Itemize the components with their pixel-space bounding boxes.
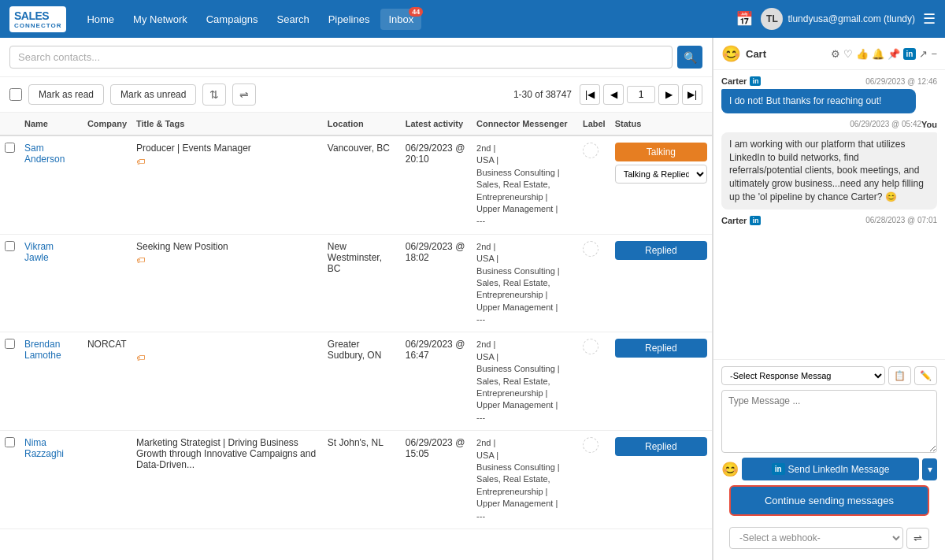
page-input[interactable] xyxy=(627,86,655,103)
hamburger-icon[interactable]: ☰ xyxy=(923,10,936,28)
nav-inbox[interactable]: Inbox 44 xyxy=(380,9,421,30)
title-cell: 🏷 xyxy=(132,332,323,431)
webhook-action-button[interactable]: ⇌ xyxy=(906,528,929,549)
msg-time-2: 06/29/2023 @ 05:42 xyxy=(850,120,921,128)
status-select[interactable]: Talking & RepliedTalkingRepliedNot Repli… xyxy=(615,165,707,184)
title-cell: Marketing Strategist | Driving Business … xyxy=(132,431,323,529)
msg-bubble-2: I am working with our platform that util… xyxy=(721,132,937,210)
status-replied-button[interactable]: Replied xyxy=(615,339,707,358)
template-edit-button[interactable]: ✏️ xyxy=(914,366,937,385)
chat-messages: Carter in 06/29/2023 @ 12:46 I do not! B… xyxy=(713,70,945,359)
col-label: Label xyxy=(578,113,610,135)
chat-header: 😊 Cart ⚙ ♡ 👍 🔔 📌 in ↗ − xyxy=(713,38,945,70)
last-page-button[interactable]: ▶| xyxy=(682,84,702,105)
chat-share-icon[interactable]: ↗ xyxy=(919,48,928,60)
pagination-info: 1-30 of 38747 xyxy=(513,89,572,100)
msg-bubble-1: I do not! But thanks for reaching out! xyxy=(721,89,916,113)
template-select-row: -Select Response Messag 📋 ✏️ xyxy=(721,366,937,385)
col-title: Title & Tags xyxy=(132,113,323,135)
calendar-icon[interactable]: 📅 xyxy=(736,10,753,28)
avatar: TL xyxy=(761,8,783,30)
message-3: Carter in 06/28/2023 @ 07:01 xyxy=(721,216,937,227)
label-cell xyxy=(578,431,610,529)
chat-linkedin-icon[interactable]: in xyxy=(903,48,917,60)
mark-read-button[interactable]: Mark as read xyxy=(28,84,104,105)
template-select[interactable]: -Select Response Messag xyxy=(721,366,885,385)
status-cell: Replied xyxy=(610,431,712,529)
status-replied-button[interactable]: Replied xyxy=(615,241,707,260)
nav-right: 📅 TL tlundyusa@gmail.com (tlundy) ☰ xyxy=(736,8,936,30)
message-textarea[interactable] xyxy=(721,390,937,453)
reply-area: -Select Response Messag 📋 ✏️ 😊 in Send L… xyxy=(713,359,945,560)
row-checkbox[interactable] xyxy=(5,437,15,447)
status-talking-button[interactable]: Talking xyxy=(615,143,707,161)
table-row: Brendan Lamothe NORCAT 🏷 Greater Sudbury… xyxy=(0,332,712,431)
mark-unread-button[interactable]: Mark as unread xyxy=(110,84,196,105)
main-content: 🔍 Mark as read Mark as unread ⇅ ⇌ 1-30 o… xyxy=(0,38,945,560)
row-checkbox[interactable] xyxy=(5,339,15,349)
contact-name-link[interactable]: Nima Razzaghi xyxy=(24,437,64,459)
chat-bell-icon[interactable]: 🔔 xyxy=(872,48,884,60)
nav-campaigns[interactable]: Campaigns xyxy=(198,9,266,30)
send-row: 😊 in Send LinkedIn Message ▾ xyxy=(721,458,937,480)
chat-contact-name: Cart xyxy=(746,48,826,60)
linkedin-label: in xyxy=(772,463,785,475)
send-linkedin-button[interactable]: in Send LinkedIn Message xyxy=(742,458,919,480)
company-cell xyxy=(83,431,132,529)
contacts-table-wrap: Name Company Title & Tags Location Lates… xyxy=(0,113,712,560)
filter-icon-button[interactable]: ⇌ xyxy=(232,83,256,106)
select-all-checkbox[interactable] xyxy=(9,88,22,101)
nav-pipelines[interactable]: Pipelines xyxy=(321,9,378,30)
label-circle xyxy=(583,241,598,257)
col-connector: Connector Messenger xyxy=(472,113,578,135)
msg-sender-1: Carter in xyxy=(721,76,761,86)
webhook-row: -Select a webhook- ⇌ xyxy=(721,521,937,554)
msg-sender-2: You xyxy=(921,120,937,129)
nav-my-network[interactable]: My Network xyxy=(125,9,195,30)
activity-cell: 06/29/2023 @ 20:10 xyxy=(401,135,472,234)
next-page-button[interactable]: ▶ xyxy=(658,84,679,105)
pagination: 1-30 of 38747 |◀ ◀ ▶ ▶| xyxy=(513,84,702,105)
contact-name-link[interactable]: Brendan Lamothe xyxy=(24,339,61,361)
col-company: Company xyxy=(83,113,132,135)
logo-sales: SALES xyxy=(14,9,49,22)
contact-name-link[interactable]: Sam Anderson xyxy=(24,143,65,165)
nav-search[interactable]: Search xyxy=(269,9,317,30)
label-cell xyxy=(578,332,610,431)
connector-cell: 2nd | USA | Business Consulting | Sales,… xyxy=(472,332,578,431)
table-row: Sam Anderson Producer | Events Manager 🏷… xyxy=(0,135,712,234)
prev-page-button[interactable]: ◀ xyxy=(603,84,624,105)
contact-name-link[interactable]: Vikram Jawle xyxy=(24,241,54,263)
chat-settings-icon[interactable]: ⚙ xyxy=(831,48,840,60)
contacts-panel: 🔍 Mark as read Mark as unread ⇅ ⇌ 1-30 o… xyxy=(0,38,713,560)
template-copy-button[interactable]: 📋 xyxy=(888,366,911,385)
row-checkbox[interactable] xyxy=(5,241,15,251)
top-navigation: SALES CONNECTOR Home My Network Campaign… xyxy=(0,0,945,38)
webhook-select[interactable]: -Select a webhook- xyxy=(729,527,903,549)
col-name: Name xyxy=(20,113,83,135)
company-cell: NORCAT xyxy=(83,332,132,431)
user-menu[interactable]: TL tlundyusa@gmail.com (tlundy) xyxy=(761,8,915,30)
row-checkbox[interactable] xyxy=(5,143,15,153)
title-cell: Producer | Events Manager 🏷 xyxy=(132,135,323,234)
contacts-toolbar: Mark as read Mark as unread ⇅ ⇌ 1-30 of … xyxy=(0,77,712,113)
first-page-button[interactable]: |◀ xyxy=(580,84,600,105)
chat-action-icons: ⚙ ♡ 👍 🔔 📌 in ↗ − xyxy=(831,48,937,60)
status-replied-button[interactable]: Replied xyxy=(615,437,707,456)
activity-cell: 06/29/2023 @ 18:02 xyxy=(401,234,472,332)
sort-icon-button[interactable]: ⇅ xyxy=(202,83,226,106)
continue-sending-button[interactable]: Continue sending messages xyxy=(729,485,929,516)
send-dropdown-button[interactable]: ▾ xyxy=(922,458,937,480)
logo: SALES CONNECTOR xyxy=(9,6,66,32)
chat-thumb-icon[interactable]: 👍 xyxy=(856,48,869,60)
chat-minimize-icon[interactable]: − xyxy=(931,48,937,60)
activity-cell: 06/29/2023 @ 15:05 xyxy=(401,431,472,529)
chat-heart-icon[interactable]: ♡ xyxy=(843,48,853,60)
search-input[interactable] xyxy=(9,46,673,69)
status-cell: Replied xyxy=(610,332,712,431)
nav-home[interactable]: Home xyxy=(79,9,122,30)
emoji-button[interactable]: 😊 xyxy=(721,461,739,478)
chat-pin-icon[interactable]: 📌 xyxy=(888,48,900,60)
label-cell xyxy=(578,234,610,332)
search-button[interactable]: 🔍 xyxy=(677,46,702,69)
